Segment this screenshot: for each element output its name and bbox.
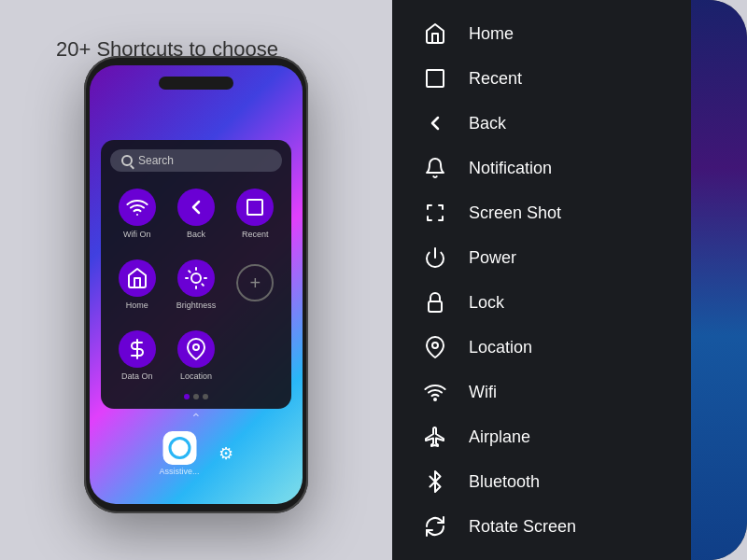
menu-item-rotate[interactable]: Rotate Screen bbox=[420, 504, 747, 549]
brightness-icon-circle bbox=[177, 259, 215, 297]
location-label: Location bbox=[180, 371, 212, 381]
svg-line-4 bbox=[189, 271, 190, 272]
search-icon bbox=[121, 155, 133, 166]
menu-item-lock[interactable]: Lock bbox=[420, 280, 747, 325]
lock-menu-icon bbox=[420, 287, 450, 317]
power-menu-label: Power bbox=[469, 248, 516, 268]
menu-item-home[interactable]: Home bbox=[420, 11, 747, 56]
shortcut-location[interactable]: Location bbox=[169, 323, 222, 388]
shortcut-recent[interactable]: Recent bbox=[229, 181, 282, 246]
svg-point-14 bbox=[434, 399, 436, 400]
svg-point-1 bbox=[191, 273, 201, 283]
data-label: Data On bbox=[121, 371, 153, 381]
airplane-menu-label: Airplane bbox=[469, 427, 530, 447]
right-panel: Home Recent Back Notification Scr bbox=[392, 0, 747, 560]
recent-menu-label: Recent bbox=[469, 69, 522, 89]
menu-item-back[interactable]: Back bbox=[420, 101, 747, 146]
add-icon-circle: + bbox=[236, 264, 274, 301]
notification-menu-label: Notification bbox=[469, 159, 552, 178]
shortcut-data[interactable]: Data On bbox=[110, 323, 163, 388]
menu-item-bluetooth[interactable]: Bluetooth bbox=[420, 459, 747, 504]
app-label: Assistive... bbox=[159, 467, 199, 476]
home-menu-label: Home bbox=[469, 24, 514, 44]
brightness-label: Brightness bbox=[176, 301, 217, 310]
menu-item-recent[interactable]: Recent bbox=[420, 56, 747, 101]
data-icon-circle bbox=[119, 330, 156, 368]
dot-3 bbox=[203, 394, 208, 399]
phone-mockup: Search Wifi On Back bbox=[84, 56, 308, 513]
recent-menu-icon bbox=[420, 63, 450, 93]
phone-screen: Search Wifi On Back bbox=[90, 65, 303, 504]
airplane-menu-icon bbox=[420, 422, 450, 452]
gear-icon[interactable]: ⚙ bbox=[218, 443, 233, 464]
screenshot-menu-icon bbox=[420, 198, 450, 228]
left-panel: 20+ Shortcuts to choose Search Wifi On bbox=[0, 0, 392, 560]
menu-item-power[interactable]: Power bbox=[420, 235, 747, 280]
shortcut-home[interactable]: Home bbox=[110, 252, 163, 317]
phone-notch bbox=[159, 77, 233, 90]
menu-item-notification[interactable]: Notification bbox=[420, 146, 747, 190]
home-menu-icon bbox=[420, 19, 450, 49]
shortcut-brightness[interactable]: Brightness bbox=[169, 252, 222, 317]
menu-item-airplane[interactable]: Airplane bbox=[420, 414, 747, 459]
shortcut-grid: Wifi On Back Recent bbox=[110, 181, 282, 388]
rotate-menu-label: Rotate Screen bbox=[469, 517, 576, 537]
assistive-app-icon[interactable] bbox=[162, 431, 196, 465]
back-menu-icon bbox=[420, 108, 450, 138]
search-input-label: Search bbox=[138, 154, 174, 167]
dot-2 bbox=[193, 394, 199, 399]
location-icon-circle bbox=[177, 330, 215, 368]
screenshot-menu-label: Screen Shot bbox=[469, 203, 561, 223]
menu-item-screenshot[interactable]: Screen Shot bbox=[420, 190, 747, 235]
wifi-menu-label: Wifi bbox=[469, 383, 497, 402]
wifi-label: Wifi On bbox=[123, 230, 151, 239]
location-menu-icon bbox=[420, 332, 450, 362]
home-label: Home bbox=[126, 301, 148, 310]
svg-rect-0 bbox=[247, 200, 262, 215]
wifi-icon-circle bbox=[119, 189, 156, 226]
dot-1 bbox=[184, 394, 190, 399]
rotate-menu-icon bbox=[420, 511, 450, 541]
back-label: Back bbox=[187, 230, 205, 239]
phone-bottom-bar: ⌃ Assistive... ⚙ bbox=[159, 411, 233, 476]
svg-point-9 bbox=[193, 344, 199, 350]
search-bar[interactable]: Search bbox=[110, 149, 282, 172]
recent-label: Recent bbox=[242, 230, 269, 239]
shortcut-back[interactable]: Back bbox=[169, 181, 222, 246]
assistive-row: Assistive... ⚙ bbox=[159, 431, 233, 476]
notification-menu-icon bbox=[420, 153, 450, 183]
back-icon-circle bbox=[177, 189, 215, 226]
shortcut-wifi[interactable]: Wifi On bbox=[110, 181, 163, 246]
svg-line-5 bbox=[202, 284, 203, 285]
location-menu-label: Location bbox=[469, 338, 532, 357]
power-menu-icon bbox=[420, 243, 450, 273]
lock-menu-label: Lock bbox=[469, 293, 504, 313]
svg-point-13 bbox=[432, 343, 438, 348]
shortcut-add[interactable]: + bbox=[229, 252, 282, 317]
page-dots bbox=[110, 394, 282, 399]
recent-icon-circle bbox=[236, 189, 274, 226]
svg-rect-12 bbox=[429, 301, 442, 312]
chevron-up-icon: ⌃ bbox=[190, 411, 202, 426]
svg-rect-10 bbox=[427, 70, 444, 87]
menu-item-wifi[interactable]: Wifi bbox=[420, 370, 747, 414]
assistive-popup[interactable]: Search Wifi On Back bbox=[101, 140, 291, 409]
app-icon-inner bbox=[168, 437, 190, 459]
bluetooth-menu-icon bbox=[420, 467, 450, 497]
home-icon-circle bbox=[119, 259, 156, 297]
wifi-menu-icon bbox=[420, 377, 450, 407]
menu-item-location[interactable]: Location bbox=[420, 325, 747, 370]
back-menu-label: Back bbox=[469, 114, 506, 133]
bluetooth-menu-label: Bluetooth bbox=[469, 472, 540, 492]
